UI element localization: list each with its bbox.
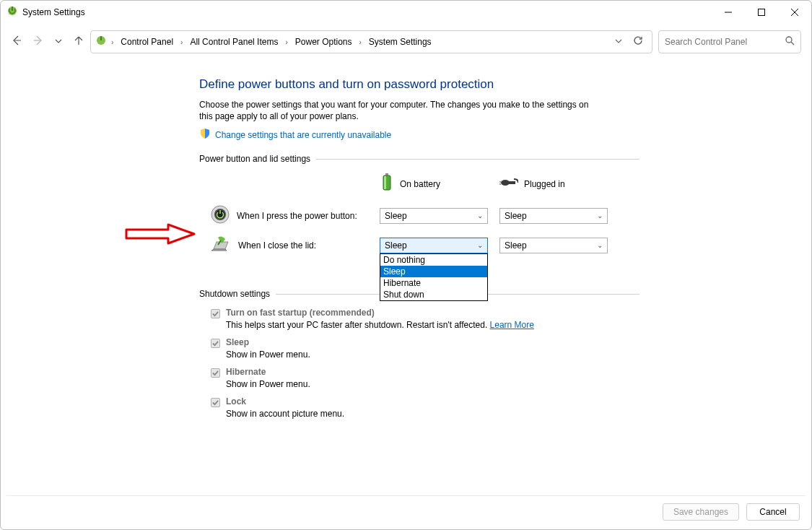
search-box[interactable] [658,30,801,53]
page-headline: Define power buttons and turn on passwor… [199,77,639,92]
section-power-label: Power button and lid settings [199,154,310,164]
divider [316,159,639,160]
chevron-right-icon: › [110,38,115,46]
checkbox-fast-startup[interactable] [211,309,220,318]
chevron-down-icon: ⌄ [597,212,603,220]
breadcrumb-item[interactable]: Control Panel [118,34,176,50]
checkbox-description: This helps start your PC faster after sh… [226,320,639,330]
chevron-down-icon: ⌄ [477,212,483,220]
close-lid-row-label: When I close the lid: [238,240,316,251]
checkbox-sleep[interactable] [211,339,220,348]
svg-rect-3 [759,9,765,16]
svg-rect-1 [12,6,13,11]
address-dropdown[interactable] [614,35,623,48]
shield-icon [199,128,211,142]
cancel-button[interactable]: Cancel [746,503,800,521]
main-content: Define power buttons and turn on passwor… [199,77,639,426]
change-settings-link[interactable]: Change settings that are currently unava… [215,130,391,140]
svg-rect-17 [508,181,515,184]
checkbox-label: Hibernate [226,367,266,377]
column-header-battery: On battery [380,173,488,195]
power-button-icon [211,205,230,226]
checkbox-lock[interactable] [211,398,220,407]
select-power-plugged[interactable]: Sleep ⌄ [499,208,608,224]
forward-button[interactable] [32,35,44,49]
chevron-right-icon: › [179,38,184,46]
power-options-icon [6,5,18,19]
svg-rect-9 [100,36,102,40]
svg-line-11 [791,42,794,45]
svg-rect-15 [384,176,386,189]
dropdown-option[interactable]: Hibernate [380,277,487,289]
minimize-button[interactable] [712,1,745,23]
chevron-down-icon: ⌄ [597,241,603,249]
close-button[interactable] [778,1,811,23]
checkbox-label: Turn on fast startup (recommended) [226,308,375,318]
breadcrumb-item[interactable]: System Settings [366,34,435,50]
dropdown-option[interactable]: Do nothing [380,254,487,266]
breadcrumb-item[interactable]: All Control Panel Items [187,34,281,50]
power-options-icon [95,35,107,49]
refresh-button[interactable] [633,35,643,48]
breadcrumb-item[interactable]: Power Options [292,34,355,50]
annotation-arrow [125,223,197,248]
page-description: Choose the power settings that you want … [199,99,603,122]
section-shutdown-label: Shutdown settings [199,289,270,299]
column-header-plugged: Plugged in [499,176,608,191]
search-input[interactable] [665,37,780,47]
title-bar: System Settings [1,1,811,24]
divider [6,495,806,496]
checkbox-description: Show in Power menu. [226,379,639,389]
checkbox-label: Lock [226,396,246,407]
battery-icon [380,173,394,195]
maximize-button[interactable] [745,1,778,23]
save-button[interactable]: Save changes [663,503,739,521]
up-button[interactable] [73,35,84,49]
checkbox-label: Sleep [226,337,249,347]
checkbox-hibernate[interactable] [211,368,220,378]
window-title: System Settings [22,7,85,17]
svg-rect-14 [385,173,388,175]
plug-icon [499,176,518,191]
laptop-lid-icon [211,236,231,254]
dropdown-option[interactable]: Shut down [380,289,487,300]
lid-battery-dropdown: Do nothing Sleep Hibernate Shut down [380,253,488,301]
chevron-right-icon: › [358,38,363,46]
checkbox-description: Show in account picture menu. [226,409,639,419]
address-row: › Control Panel › All Control Panel Item… [1,30,811,54]
select-power-battery[interactable]: Sleep ⌄ [380,208,488,224]
power-button-row-label: When I press the power button: [237,211,357,221]
address-box[interactable]: › Control Panel › All Control Panel Item… [90,30,652,53]
learn-more-link[interactable]: Learn More [490,320,534,330]
dropdown-option[interactable]: Sleep [380,266,487,277]
select-lid-plugged[interactable]: Sleep ⌄ [499,238,608,253]
recent-dropdown[interactable] [54,35,63,48]
svg-point-10 [786,37,792,43]
checkbox-description: Show in Power menu. [226,349,639,360]
back-button[interactable] [11,35,22,49]
search-icon [785,35,795,48]
chevron-down-icon: ⌄ [477,241,483,249]
select-lid-battery[interactable]: Sleep ⌄ Do nothing Sleep Hibernate Shut … [380,238,488,253]
chevron-right-icon: › [284,38,289,46]
